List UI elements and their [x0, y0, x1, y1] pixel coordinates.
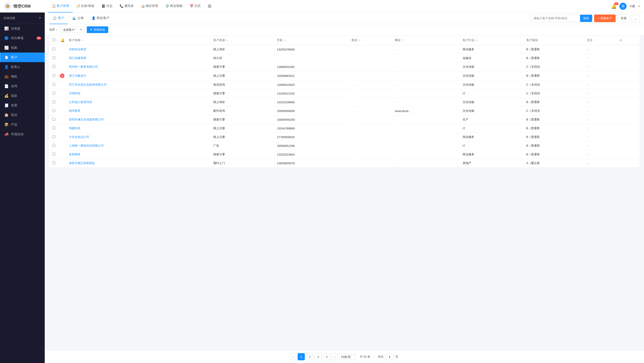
page-3-button[interactable]: 3	[314, 353, 322, 360]
sidebar-item-dashboard[interactable]: 📊 仪表盘	[0, 24, 45, 33]
sidebar-item-todo[interactable]: 🔵 待办事项 25	[0, 33, 45, 43]
search-input[interactable]	[531, 15, 580, 21]
star-icon[interactable]: ☆	[587, 74, 590, 77]
table-row: 洛阳天侧正灿售楼处 预约上门 13609635978 -- -- 房地产 A（重…	[49, 159, 640, 168]
quick-create-button[interactable]: 快速创建 +	[0, 12, 45, 24]
page-2-button[interactable]: 2	[306, 353, 313, 360]
more-button[interactable]: ...	[632, 14, 640, 22]
phone-sort-icon[interactable]: ⇅	[358, 39, 360, 41]
avatar[interactable]: 惠	[620, 3, 626, 10]
customer-name-link[interactable]: 领学教育	[69, 109, 80, 112]
star-icon[interactable]: ☆	[587, 56, 590, 60]
customer-name-link[interactable]: 郑州得一教育有限公司	[69, 65, 98, 68]
star-icon[interactable]: ☆	[587, 109, 590, 113]
star-icon[interactable]: ☆	[587, 126, 590, 130]
nav-item-bi[interactable]: 🛡️ 商业智能	[162, 0, 186, 12]
sidebar-item-visit[interactable]: 🏠 回访	[0, 110, 45, 120]
star-icon[interactable]: ☆	[587, 91, 590, 95]
next-page-button[interactable]: ›	[332, 354, 338, 360]
source-sort-icon[interactable]: ⇅	[226, 39, 228, 41]
row-actions-cell	[618, 63, 640, 71]
goto-input[interactable]	[385, 354, 394, 360]
nav-item-calendar[interactable]: 📅 日历	[186, 0, 204, 12]
row-checkbox[interactable]	[52, 109, 55, 112]
sub-tab-nearby[interactable]: 👤 附近客户	[88, 12, 113, 24]
scene-select[interactable]: 全部客户 我的客户 本部门客户	[60, 27, 84, 33]
mobile-sort-icon[interactable]: ⇅	[284, 39, 286, 41]
row-checkbox-cell	[49, 54, 58, 63]
sidebar-item-contacts[interactable]: 👤 联系人	[0, 62, 45, 72]
sidebar-item-contract[interactable]: 📄 合同	[0, 81, 45, 91]
customer-name-link[interactable]: 济宁济水源文化旅游有限公司	[69, 83, 107, 86]
new-customer-button[interactable]: + 新建客户	[594, 14, 616, 22]
page-1-button[interactable]: 1	[298, 353, 305, 360]
row-checkbox[interactable]	[52, 100, 55, 103]
customer-name-link[interactable]: 上海唯一网络科技有限公司	[69, 144, 104, 147]
row-checkbox[interactable]	[52, 144, 55, 147]
sidebar-item-customers[interactable]: 📋 客户	[0, 52, 45, 62]
customer-name-link[interactable]: 卡夫化妆品公司	[69, 135, 89, 139]
nav-item-project[interactable]: 📊 项目管理	[137, 0, 162, 12]
row-checkbox[interactable]	[52, 83, 55, 86]
customer-name-link[interactable]: 浙江印象设计	[69, 74, 86, 77]
username-chevron[interactable]: ▼	[638, 5, 640, 8]
row-checkbox[interactable]	[52, 48, 55, 50]
name-sort-icon[interactable]: ⇅	[82, 39, 84, 41]
row-checkbox[interactable]	[52, 153, 55, 156]
nav-item-customer[interactable]: 📋 客户管理	[48, 0, 73, 12]
prev-page-button[interactable]: ‹	[290, 354, 296, 360]
sidebar-item-invoice[interactable]: 🧾 发票	[0, 101, 45, 110]
username[interactable]: 小惠	[629, 4, 635, 8]
row-checkbox[interactable]	[52, 135, 55, 138]
reset-button[interactable]: 查重	[618, 14, 630, 22]
customer-name-link[interactable]: 坤建科技	[69, 126, 80, 130]
nav-item-contacts[interactable]: 📞 通讯录	[116, 0, 137, 12]
customer-name-link[interactable]: 洛阳天侧正灿售楼处	[69, 161, 95, 165]
row-checkbox[interactable]	[52, 118, 55, 121]
star-icon[interactable]: ☆	[587, 135, 590, 139]
sidebar-item-business[interactable]: 💼 商机	[0, 72, 45, 81]
star-icon[interactable]: ☆	[587, 65, 590, 69]
star-icon[interactable]: ☆	[587, 83, 590, 86]
nav-item-journal[interactable]: 📓 日志	[98, 0, 116, 12]
row-checkbox[interactable]	[52, 56, 55, 59]
star-icon[interactable]: ☆	[587, 152, 590, 156]
sidebar-item-marketing[interactable]: 📣 市场活动	[0, 129, 45, 139]
row-checkbox[interactable]	[52, 65, 55, 68]
customer-name-link[interactable]: 天明科技	[69, 92, 80, 95]
page-4-button[interactable]: 4	[323, 353, 330, 360]
star-icon[interactable]: ☆	[587, 144, 590, 148]
customer-name-link[interactable]: 深圳抖澜文化传媒有限公司	[69, 118, 104, 121]
row-industry-cell: 商业服务	[461, 150, 524, 159]
page-size-select[interactable]: 15条/页 30条/页 50条/页	[339, 354, 356, 360]
sidebar-item-contacts-label: 联系人	[11, 65, 20, 69]
star-icon[interactable]: ☆	[587, 47, 590, 51]
row-checkbox[interactable]	[52, 126, 55, 129]
search-button[interactable]: 搜索	[580, 15, 592, 22]
advanced-filter-button[interactable]: ▼ 高级筛选	[87, 26, 108, 33]
star-icon[interactable]: ☆	[587, 118, 590, 121]
star-icon[interactable]: ☆	[587, 100, 590, 104]
website-sort-icon[interactable]: ⇅	[402, 39, 404, 41]
row-checkbox[interactable]	[52, 161, 55, 164]
industry-sort-icon[interactable]: ⇅	[476, 39, 477, 41]
star-icon[interactable]: ☆	[587, 161, 590, 165]
sub-tab-public-sea[interactable]: 🌊 公海	[69, 12, 87, 24]
customer-name-link[interactable]: 心田成人教育培训	[69, 100, 92, 104]
customer-name-link[interactable]: 浙江钟建券商	[69, 56, 86, 60]
sidebar-item-leads[interactable]: 📈 线索	[0, 43, 45, 52]
nav-item-task[interactable]: 📝 任务/审批	[73, 0, 98, 12]
col-settings-icon[interactable]: ⚙	[620, 39, 622, 42]
row-checkbox[interactable]	[52, 92, 55, 94]
sidebar-item-payment[interactable]: 💰 回款	[0, 91, 45, 101]
select-all-checkbox[interactable]	[52, 38, 55, 41]
sub-tab-customers[interactable]: 📋 客户	[49, 12, 68, 24]
sidebar-item-product[interactable]: 📦 产品	[0, 120, 45, 129]
row-name-cell: 上海唯一网络科技有限公司	[67, 141, 212, 150]
row-checkbox[interactable]	[52, 74, 55, 77]
nav-item-customer-label: 客户管理	[56, 4, 69, 8]
bell-button[interactable]: 🔔 27	[611, 3, 617, 9]
customer-name-link[interactable]: 友和商务	[69, 153, 80, 156]
customer-name-link[interactable]: 河南创达商贸	[69, 48, 86, 51]
nav-item-grid[interactable]: ⊞	[204, 0, 215, 12]
